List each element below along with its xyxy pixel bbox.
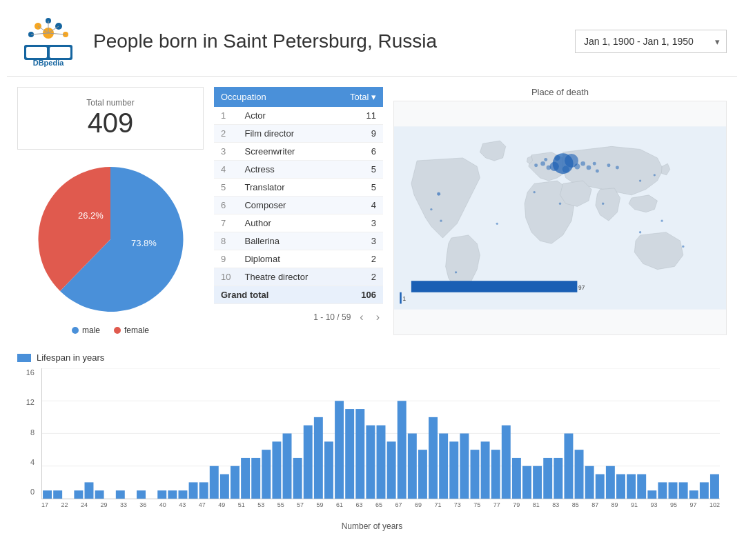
x-label: 36 — [139, 501, 146, 508]
table-row: 5 Translator 5 — [214, 179, 383, 197]
row-total: 2 — [333, 250, 383, 268]
x-label: 51 — [238, 501, 245, 508]
svg-text:DBpedia: DBpedia — [33, 59, 65, 67]
svg-rect-87 — [355, 409, 364, 499]
svg-rect-89 — [377, 426, 386, 499]
svg-point-31 — [544, 158, 547, 161]
chart-legend: Lifespan in years — [17, 352, 727, 363]
svg-rect-101 — [502, 426, 511, 499]
x-label: 61 — [336, 501, 343, 508]
row-total: 5 — [333, 179, 383, 197]
bottom-section: Lifespan in years 16 12 8 4 0 1722242933… — [7, 346, 737, 538]
svg-rect-98 — [470, 450, 479, 499]
bar-chart-inner — [41, 368, 720, 499]
svg-rect-93 — [418, 450, 427, 499]
svg-point-23 — [554, 155, 560, 161]
svg-point-43 — [559, 203, 561, 205]
svg-rect-82 — [304, 426, 313, 499]
row-total: 2 — [333, 268, 383, 286]
svg-rect-79 — [272, 441, 281, 499]
occupation-table: Occupation Total ▾ 1 Actor 11 2 Film dir… — [214, 87, 383, 304]
female-label: female — [124, 326, 149, 335]
row-total: 6 — [333, 143, 383, 161]
date-range-select[interactable]: Jan 1, 1900 - Jan 1, 1950Jan 1, 1850 - J… — [575, 30, 727, 53]
svg-point-21 — [562, 166, 569, 173]
svg-rect-104 — [533, 466, 542, 499]
map-title: Place of death — [393, 87, 727, 97]
svg-point-28 — [593, 162, 596, 166]
svg-rect-1 — [26, 47, 47, 58]
svg-point-33 — [616, 166, 619, 170]
svg-text:73.8%: 73.8% — [131, 238, 157, 248]
male-dot — [72, 327, 79, 334]
svg-point-30 — [534, 163, 538, 167]
svg-rect-119 — [689, 490, 698, 499]
x-label: 75 — [473, 501, 480, 508]
svg-rect-99 — [481, 441, 490, 499]
row-name: Film director — [237, 125, 333, 143]
x-label: 81 — [533, 501, 540, 508]
svg-rect-111 — [606, 466, 615, 499]
svg-rect-2 — [50, 47, 70, 58]
row-name: Diplomat — [237, 250, 333, 268]
svg-rect-113 — [627, 474, 636, 499]
table-row: 9 Diplomat 2 — [214, 250, 383, 268]
svg-rect-85 — [335, 401, 344, 499]
svg-rect-115 — [647, 490, 656, 499]
svg-rect-70 — [178, 490, 187, 499]
x-label: 57 — [297, 501, 304, 508]
svg-rect-102 — [512, 458, 521, 499]
row-num: 7 — [214, 214, 237, 232]
table-row: 10 Theatre director 2 — [214, 268, 383, 286]
svg-rect-58 — [53, 490, 62, 499]
x-label: 67 — [395, 501, 402, 508]
x-label: 95 — [670, 501, 677, 508]
y-label-16: 16 — [26, 368, 35, 377]
x-label: 17 — [41, 501, 48, 508]
svg-point-36 — [440, 219, 442, 221]
row-total: 4 — [333, 197, 383, 214]
x-label: 55 — [277, 501, 284, 508]
svg-rect-48 — [400, 292, 401, 304]
row-num: 10 — [214, 268, 237, 286]
svg-point-34 — [437, 192, 440, 196]
svg-rect-114 — [637, 474, 646, 499]
svg-rect-60 — [74, 490, 83, 499]
svg-point-44 — [639, 179, 641, 181]
date-range-wrapper: Jan 1, 1900 - Jan 1, 1950Jan 1, 1850 - J… — [575, 30, 727, 53]
svg-point-38 — [496, 223, 498, 225]
svg-rect-103 — [522, 466, 531, 499]
svg-rect-62 — [95, 490, 104, 499]
x-label: 29 — [100, 501, 107, 508]
table-row: 4 Actress 5 — [214, 161, 383, 179]
svg-rect-95 — [439, 434, 448, 499]
row-num: 8 — [214, 232, 237, 250]
legend-bar-blue — [17, 354, 31, 362]
next-page-button[interactable]: › — [373, 310, 383, 325]
y-label-4: 4 — [30, 458, 35, 466]
row-total: 11 — [333, 107, 383, 125]
row-name: Actress — [237, 161, 333, 179]
row-name: Composer — [237, 197, 333, 214]
y-label-8: 8 — [30, 428, 35, 437]
grand-total: 106 — [333, 286, 383, 304]
prev-page-button[interactable]: ‹ — [356, 310, 366, 325]
x-label: 43 — [179, 501, 186, 508]
total-label: Total number — [32, 98, 189, 108]
x-label: 59 — [317, 501, 324, 508]
row-name: Ballerina — [237, 232, 333, 250]
x-label: 33 — [120, 501, 127, 508]
svg-rect-91 — [398, 401, 407, 499]
svg-point-41 — [660, 219, 663, 221]
x-label: 83 — [552, 501, 559, 508]
row-total: 9 — [333, 125, 383, 143]
table-row: 7 Author 3 — [214, 214, 383, 232]
svg-rect-74 — [220, 474, 229, 499]
y-label-0: 0 — [30, 488, 35, 496]
svg-rect-83 — [314, 417, 323, 499]
svg-rect-118 — [679, 482, 688, 499]
x-label: 47 — [199, 501, 206, 508]
left-panel: Total number 409 73.8% 26.2% — [17, 87, 204, 335]
row-name: Screenwriter — [237, 143, 333, 161]
svg-point-26 — [580, 161, 585, 166]
